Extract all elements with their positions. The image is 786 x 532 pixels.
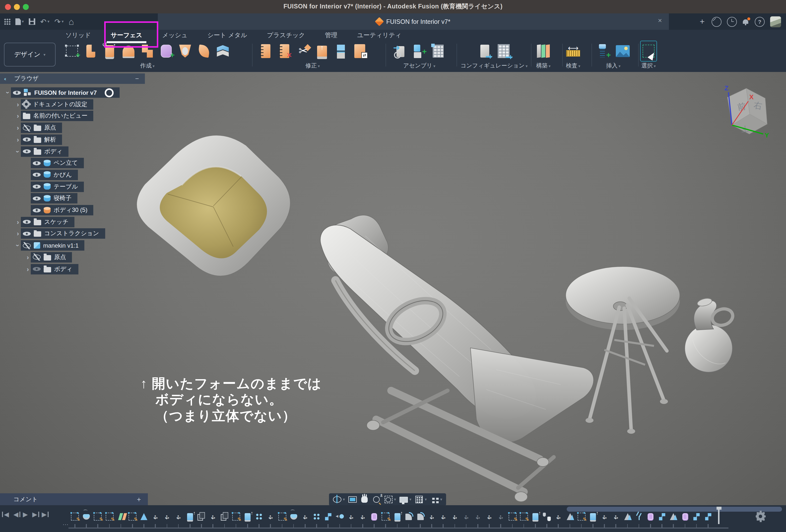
timeline-feature-sketch-28[interactable] — [380, 511, 391, 522]
model-pen-holder[interactable] — [137, 135, 290, 276]
timeline-feature-move-9[interactable] — [162, 511, 172, 522]
timeline-feature-fillet-31[interactable] — [415, 511, 426, 522]
select-button[interactable] — [640, 43, 657, 60]
timeline-feature-sketch-1[interactable] — [69, 511, 80, 522]
job-status-icon[interactable] — [727, 17, 737, 27]
timeline-feature-move-8[interactable] — [150, 511, 161, 522]
merge-button[interactable] — [332, 43, 349, 60]
activate-component-radio[interactable] — [105, 88, 114, 97]
go-to-start-button[interactable]: ◀ — [4, 511, 9, 517]
zoom-window-button[interactable] — [23, 4, 29, 10]
ribbon-group-label[interactable]: 構築 — [536, 63, 548, 68]
timeline-feature-extrude-16[interactable] — [242, 511, 253, 522]
tree-row-item-5[interactable]: ›ボディ — [15, 146, 68, 157]
document-tab[interactable]: FUISON for Interior v7* × — [158, 14, 669, 30]
viewport-3d[interactable]: ↑ 開いたフォームのままでは ボディにならない。 （つまり立体でない） — [0, 72, 786, 532]
comments-bar[interactable]: コメント + — [0, 493, 148, 505]
expand-chevron-icon[interactable]: › — [15, 230, 21, 237]
ribbon-tab-6[interactable]: 管理 — [324, 31, 338, 40]
visibility-eye-icon[interactable] — [33, 160, 41, 166]
visibility-eye-icon[interactable] — [23, 230, 31, 237]
ribbon-tab-2[interactable]: サーフェス — [110, 31, 143, 40]
ribbon-group-label[interactable]: 修正 — [305, 63, 317, 68]
tree-row-item-6[interactable]: ペン立て — [25, 158, 84, 168]
timeline-feature-fillet-30[interactable] — [403, 511, 414, 522]
tree-row-item-14[interactable]: ›原点 — [25, 252, 72, 262]
timeline-feature-sketch-3[interactable] — [93, 511, 103, 522]
visibility-eye-icon[interactable] — [33, 195, 41, 202]
timeline-feature-move-33[interactable] — [438, 511, 449, 522]
timeline-feature-box-12[interactable] — [196, 511, 207, 522]
tree-row-item-15[interactable]: ›ボディ — [25, 264, 78, 274]
timeline-feature-move-48[interactable] — [610, 511, 622, 522]
display-settings-tool[interactable]: ▾ — [399, 496, 411, 503]
help-icon[interactable]: ? — [755, 17, 765, 27]
save-button[interactable] — [29, 18, 35, 25]
redo-button[interactable]: ↷▾ — [54, 18, 64, 25]
expand-chevron-icon[interactable]: › — [15, 112, 21, 120]
trim-button[interactable]: ✂ — [295, 43, 311, 60]
patch-button[interactable] — [177, 43, 193, 60]
timeline-feature-box-14[interactable] — [219, 511, 230, 522]
timeline-playhead[interactable] — [718, 509, 720, 524]
timeline-feature-loft-7[interactable] — [138, 511, 149, 522]
ribbon-tab-7[interactable]: ユーティリティ — [356, 31, 402, 40]
tree-row-item-11[interactable]: ›スケッチ — [15, 216, 74, 227]
expand-chevron-icon[interactable]: › — [14, 148, 22, 154]
zoom-tool[interactable] — [372, 496, 380, 503]
step-back-button[interactable]: ◀ — [14, 511, 18, 517]
model-chaise-lounge[interactable] — [320, 215, 594, 502]
config-table-button[interactable]: + — [495, 43, 512, 60]
ribbon-tab-4[interactable]: シート メタル — [206, 31, 248, 40]
tree-row-item-9[interactable]: 寝椅子 — [25, 193, 77, 204]
timeline-feature-split-50[interactable] — [634, 511, 645, 522]
tree-row-item-13[interactable]: ›manekin v1:1 — [15, 240, 85, 251]
srf-loft-button[interactable] — [139, 43, 156, 60]
timeline-feature-extrude-29[interactable] — [392, 511, 403, 522]
play-button[interactable]: ▶ — [23, 511, 28, 517]
timeline-feature-sketch-39[interactable] — [507, 511, 518, 522]
visibility-eye-icon[interactable] — [33, 254, 41, 261]
visibility-eye-icon[interactable] — [33, 207, 41, 214]
timeline-feature-extrude-41[interactable] — [530, 511, 541, 522]
timeline-feature-form-51[interactable] — [645, 511, 656, 522]
step-forward-button[interactable]: ▶ — [32, 511, 37, 517]
timeline-feature-move-37[interactable] — [484, 511, 495, 522]
joint-table-button[interactable] — [430, 43, 446, 60]
timeline-feature-move-26[interactable] — [357, 511, 368, 522]
expand-chevron-icon[interactable]: › — [4, 90, 11, 95]
new-tab-button[interactable]: + — [700, 17, 704, 27]
stitch-button[interactable] — [257, 43, 274, 60]
viewports-tool[interactable]: ▾ — [430, 496, 442, 503]
expand-chevron-icon[interactable]: › — [14, 242, 22, 248]
visibility-eye-icon[interactable] — [33, 183, 41, 190]
timeline-feature-combine-56[interactable] — [703, 511, 714, 522]
dropdown-caret-icon[interactable]: ▾ — [440, 497, 442, 502]
go-to-end-button[interactable]: ▶ — [42, 511, 47, 517]
expand-chevron-icon[interactable]: › — [15, 218, 21, 226]
configure-button[interactable]: + — [476, 43, 493, 60]
timeline-feature-extrude-11[interactable] — [185, 511, 195, 522]
timeline-feature-sketch-6[interactable] — [127, 511, 138, 522]
visibility-eye-icon[interactable] — [23, 148, 31, 155]
timeline-feature-moveg-36[interactable] — [472, 511, 483, 522]
timeline-feature-revolve-2[interactable] — [81, 511, 92, 522]
close-window-button[interactable] — [5, 4, 11, 10]
tree-row-item-2[interactable]: ›名前の付いたビュー — [15, 111, 94, 121]
canvas-button[interactable] — [614, 43, 631, 60]
tree-row-root[interactable]: ›FUISON for Interior v7 — [5, 87, 120, 98]
srf-revolve-button[interactable]: ↑↺ — [101, 43, 118, 60]
timeline-feature-cone-49[interactable] — [622, 511, 633, 522]
visibility-eye-icon[interactable] — [23, 218, 31, 225]
timeline-feature-moveg-35[interactable] — [461, 511, 472, 522]
timeline-feature-combine-23[interactable] — [323, 511, 334, 522]
dropdown-caret-icon[interactable]: ▾ — [425, 497, 427, 502]
timeline-settings-gear-icon[interactable] — [756, 512, 765, 521]
pan-tool[interactable] — [360, 496, 369, 503]
timeline-feature-sketch-15[interactable] — [231, 511, 242, 522]
timeline-feature-move-13[interactable] — [208, 511, 218, 522]
visibility-eye-icon[interactable] — [33, 265, 41, 273]
timeline-feature-move-47[interactable] — [599, 511, 610, 522]
notifications-bell-icon[interactable] — [742, 18, 749, 25]
timeline-feature-derive-42[interactable] — [541, 511, 552, 522]
